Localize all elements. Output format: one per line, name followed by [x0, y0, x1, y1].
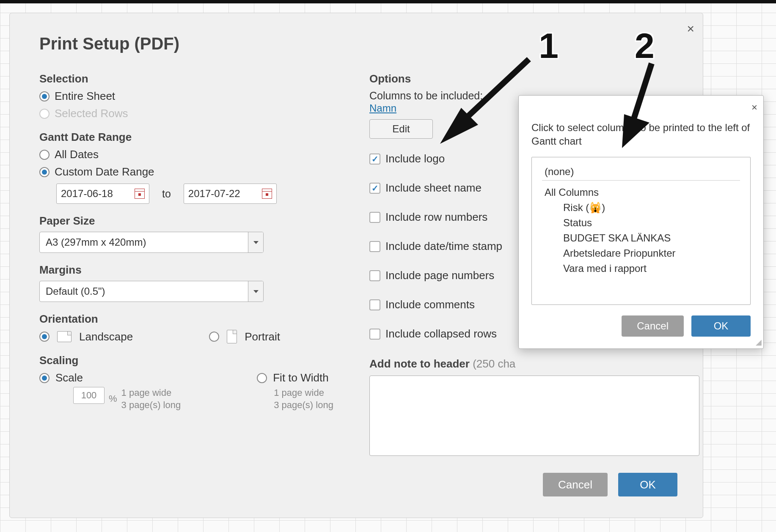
date-range-row: 2017-06-18 to 2017-07-22 [56, 184, 344, 204]
note-heading-text: Add note to header [369, 357, 470, 370]
gantt-range-heading: Gantt Date Range [39, 131, 344, 144]
check-label: Include date/time stamp [385, 240, 502, 253]
annotation-2: 2 [609, 25, 694, 144]
fit-sub2: 3 page(s) long [274, 399, 333, 411]
cancel-button[interactable]: Cancel [543, 473, 608, 496]
svg-line-0 [461, 59, 529, 123]
check-label: Include page numbers [385, 269, 494, 282]
checkbox-icon [369, 329, 380, 340]
radio-entire-sheet[interactable]: Entire Sheet [39, 90, 344, 103]
popup-ok-button[interactable]: OK [691, 315, 751, 337]
annotation-number: 1 [539, 25, 559, 66]
radio-icon [39, 109, 50, 119]
scale-option: Scale 100 % 1 page wide 3 page(s) long [39, 371, 181, 411]
scale-label: Scale [55, 371, 83, 384]
checkbox-icon [369, 183, 380, 194]
resize-handle-icon[interactable]: ◢ [756, 337, 762, 347]
window-top-accent [0, 0, 776, 3]
selection-heading: Selection [39, 72, 344, 85]
scale-sub2: 3 page(s) long [121, 399, 181, 411]
margins-heading: Margins [39, 263, 344, 277]
radio-landscape[interactable]: Landscape [39, 330, 133, 343]
radio-icon [39, 332, 50, 342]
checkbox-icon [369, 241, 380, 252]
fit-sub1: 1 page wide [274, 387, 333, 399]
svg-marker-3 [622, 114, 649, 148]
checkbox-icon [369, 299, 380, 310]
margins-select[interactable]: Default (0.5") [39, 281, 264, 302]
left-column: Selection Entire Sheet Selected Rows Gan… [39, 72, 344, 456]
chevron-down-icon[interactable] [248, 232, 263, 252]
ok-button[interactable]: OK [618, 473, 677, 496]
radio-label: Entire Sheet [55, 90, 115, 103]
note-heading: Add note to header (250 cha [369, 357, 699, 370]
radio-custom-range[interactable]: Custom Date Range [39, 165, 344, 178]
orientation-label: Landscape [79, 330, 133, 343]
radio-icon [257, 373, 267, 383]
fit-label: Fit to Width [273, 371, 328, 384]
radio-selected-rows: Selected Rows [39, 107, 344, 120]
date-from-value: 2017-06-18 [61, 188, 113, 200]
svg-line-2 [633, 63, 652, 123]
radio-icon [39, 373, 50, 383]
columns-listbox[interactable]: (none) All Columns Risk (🙀) Status BUDGE… [531, 157, 751, 305]
check-label: Include sheet name [385, 181, 482, 195]
arrow-icon [609, 59, 694, 178]
columns-included-link[interactable]: Namn [369, 102, 396, 114]
listbox-item[interactable]: Arbetsledare Priopunkter [542, 246, 740, 261]
portrait-page-icon [227, 330, 237, 343]
popup-cancel-button[interactable]: Cancel [622, 315, 684, 337]
radio-icon [39, 91, 50, 101]
calendar-icon[interactable] [135, 189, 145, 199]
paper-size-heading: Paper Size [39, 214, 344, 228]
paper-size-select[interactable]: A3 (297mm x 420mm) [39, 232, 264, 253]
radio-icon [209, 332, 219, 342]
note-hint: (250 cha [473, 357, 515, 370]
to-label: to [162, 188, 171, 200]
radio-fit-to-width[interactable]: Fit to Width [257, 371, 333, 384]
date-to-input[interactable]: 2017-07-22 [184, 184, 277, 204]
radio-label: All Dates [55, 148, 99, 161]
landscape-page-icon [57, 331, 72, 342]
check-label: Include comments [385, 298, 475, 311]
close-icon[interactable]: × [751, 101, 757, 113]
radio-label: Custom Date Range [55, 165, 154, 178]
listbox-item[interactable]: Status [542, 215, 740, 230]
listbox-item[interactable]: Risk (🙀) [542, 200, 740, 215]
scale-percent-input[interactable]: 100 [73, 387, 105, 404]
scaling-heading: Scaling [39, 354, 344, 367]
checkbox-icon [369, 154, 380, 165]
scale-sub1: 1 page wide [121, 387, 181, 399]
radio-label: Selected Rows [55, 107, 128, 120]
radio-portrait[interactable]: Portrait [209, 330, 280, 343]
date-to-value: 2017-07-22 [188, 188, 240, 200]
radio-icon [39, 150, 50, 160]
paper-size-value: A3 (297mm x 420mm) [46, 236, 146, 248]
check-label: Include row numbers [385, 211, 487, 224]
annotation-1: 1 [440, 25, 559, 144]
orientation-heading: Orientation [39, 313, 344, 326]
radio-icon [39, 167, 50, 177]
arrow-icon [432, 34, 542, 144]
listbox-item[interactable]: BUDGET SKA LÄNKAS [542, 230, 740, 246]
radio-scale[interactable]: Scale [39, 371, 181, 384]
note-textarea[interactable] [369, 376, 699, 456]
margins-value: Default (0.5") [46, 285, 105, 297]
date-from-input[interactable]: 2017-06-18 [56, 184, 149, 204]
checkbox-icon [369, 270, 380, 281]
radio-all-dates[interactable]: All Dates [39, 148, 344, 161]
dialog-title: Print Setup (PDF) [39, 34, 677, 53]
check-label: Include logo [385, 152, 445, 165]
chevron-down-icon[interactable] [248, 281, 263, 302]
fit-option: Fit to Width 1 page wide 3 page(s) long [257, 371, 333, 411]
orientation-label: Portrait [245, 330, 280, 343]
edit-columns-button[interactable]: Edit [369, 119, 433, 139]
listbox-all-columns[interactable]: All Columns [542, 185, 740, 200]
percent-symbol: % [109, 393, 117, 405]
calendar-icon[interactable] [262, 189, 272, 199]
check-label: Include collapsed rows [385, 327, 497, 340]
listbox-item[interactable]: Vara med i rapport [542, 261, 740, 276]
checkbox-icon [369, 212, 380, 223]
